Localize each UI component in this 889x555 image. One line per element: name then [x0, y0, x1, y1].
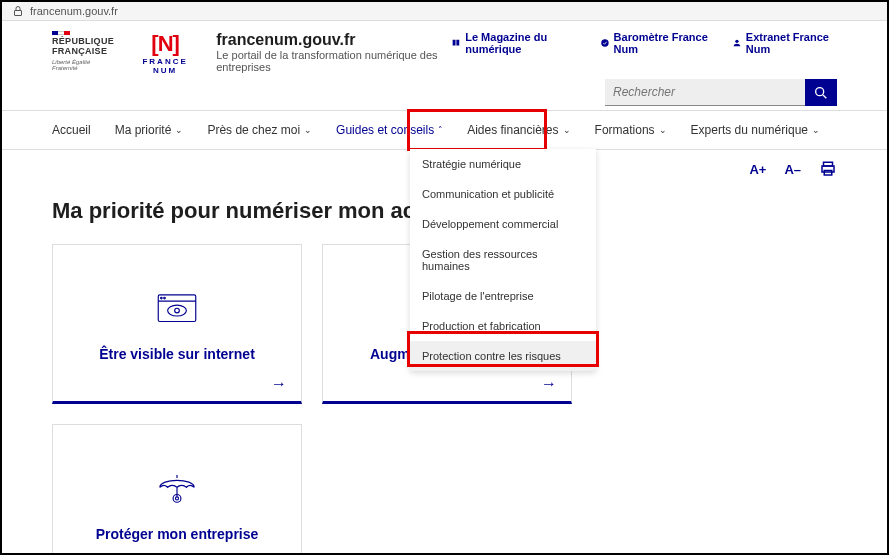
- francenum-logo: [N] FRANCE NUM: [134, 31, 196, 75]
- umbrella-gear-icon: [152, 464, 202, 514]
- dd-developpement[interactable]: Développement commercial: [410, 209, 596, 239]
- svg-point-2: [735, 40, 738, 43]
- card-visible-internet[interactable]: Être visible sur internet →: [52, 244, 302, 404]
- top-links: Le Magazine du numérique Baromètre Franc…: [451, 31, 837, 55]
- nav-priorite[interactable]: Ma priorité⌄: [115, 111, 184, 149]
- nav-pres-chez-moi[interactable]: Près de chez moi⌄: [207, 111, 312, 149]
- chevron-down-icon: ⌄: [812, 125, 820, 135]
- svg-point-3: [816, 87, 824, 95]
- search-icon: [813, 85, 829, 101]
- user-icon: [732, 37, 742, 49]
- nav-accueil[interactable]: Accueil: [52, 111, 91, 149]
- svg-point-13: [175, 308, 180, 313]
- svg-point-10: [161, 297, 163, 299]
- svg-line-4: [823, 95, 826, 98]
- search-input[interactable]: [605, 79, 805, 106]
- site-title: francenum.gouv.fr: [216, 31, 451, 49]
- link-barometre[interactable]: Baromètre France Num: [600, 31, 714, 55]
- check-circle-icon: [600, 37, 610, 49]
- nav-formations[interactable]: Formations⌄: [595, 111, 667, 149]
- svg-point-17: [175, 497, 178, 500]
- site-title-block: francenum.gouv.fr Le portail de la trans…: [216, 31, 451, 73]
- chevron-down-icon: ⌄: [175, 125, 183, 135]
- nav-experts[interactable]: Experts du numérique⌄: [691, 111, 820, 149]
- main-nav: Accueil Ma priorité⌄ Près de chez moi⌄ G…: [52, 111, 837, 149]
- site-header: RÉPUBLIQUEFRANÇAISE Liberté Égalité Frat…: [52, 21, 837, 83]
- svg-point-12: [168, 305, 187, 316]
- arrow-right-icon: →: [271, 375, 287, 393]
- font-decrease-button[interactable]: A–: [784, 162, 801, 177]
- link-magazine[interactable]: Le Magazine du numérique: [451, 31, 581, 55]
- highlight-nav: [407, 109, 547, 151]
- highlight-dropdown-item: [407, 331, 599, 367]
- font-increase-button[interactable]: A+: [749, 162, 766, 177]
- link-extranet[interactable]: Extranet France Num: [732, 31, 837, 55]
- printer-icon: [819, 160, 837, 178]
- svg-point-1: [601, 39, 608, 46]
- svg-point-11: [164, 297, 166, 299]
- print-button[interactable]: [819, 160, 837, 178]
- chevron-down-icon: ⌄: [304, 125, 312, 135]
- card-proteger-entreprise[interactable]: Protéger mon entreprise →: [52, 424, 302, 555]
- book-icon: [451, 37, 461, 49]
- dd-communication[interactable]: Communication et publicité: [410, 179, 596, 209]
- arrow-right-icon: →: [541, 375, 557, 393]
- lock-icon: [12, 5, 24, 17]
- chevron-down-icon: ⌄: [563, 125, 571, 135]
- dd-pilotage[interactable]: Pilotage de l'entreprise: [410, 281, 596, 311]
- svg-rect-0: [15, 11, 22, 16]
- gov-logo: RÉPUBLIQUEFRANÇAISE Liberté Égalité Frat…: [52, 31, 114, 72]
- site-subtitle: Le portail de la transformation numériqu…: [216, 49, 451, 73]
- browser-eye-icon: [152, 284, 202, 334]
- browser-address-bar: francenum.gouv.fr: [2, 2, 887, 21]
- search-button[interactable]: [805, 79, 837, 106]
- search-box: [605, 79, 837, 106]
- chevron-down-icon: ⌄: [659, 125, 667, 135]
- url-text: francenum.gouv.fr: [30, 5, 118, 17]
- dd-strategie[interactable]: Stratégie numérique: [410, 149, 596, 179]
- dd-ressources-humaines[interactable]: Gestion des ressources humaines: [410, 239, 596, 281]
